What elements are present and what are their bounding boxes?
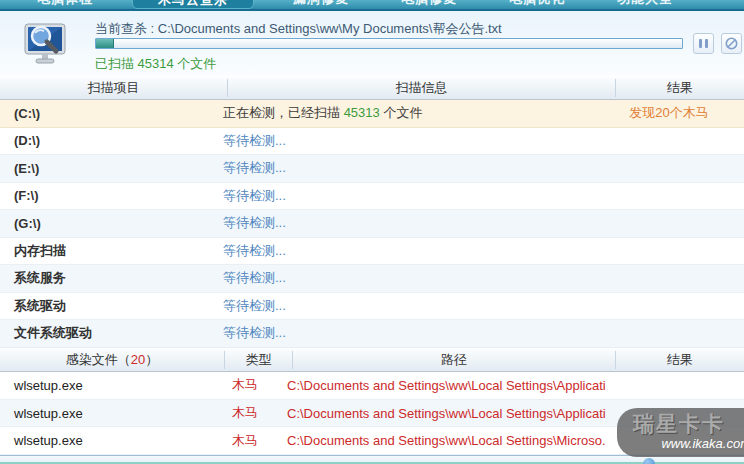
scan-row-drive-f[interactable]: (F:\) 等待检测... (0, 183, 744, 211)
scan-table-header: 扫描项目 扫描信息 结果 (0, 76, 744, 100)
scan-info-text: 等待检测... (214, 132, 594, 150)
threat-type: 木马 (211, 404, 279, 422)
scan-row-drive-e[interactable]: (E:\) 等待检测... (0, 155, 744, 183)
column-header-result: 结果 (616, 351, 744, 369)
scan-status-panel: 当前查杀 : C:\Documents and Settings\ww\My D… (0, 11, 744, 76)
scan-info-text: 等待检测... (214, 159, 594, 177)
scan-table-body: (C:\) 正在检测，已经扫描 45313 个文件 发现20个木马 (D:\) … (0, 100, 744, 348)
current-scan-file-label: 当前查杀 : C:\Documents and Settings\ww\My D… (95, 20, 502, 38)
infected-file-name: wlsetup.exe (0, 378, 211, 393)
infected-file-name: wlsetup.exe (0, 433, 211, 448)
threat-type: 木马 (211, 376, 279, 394)
watermark-title: 瑞星卡卡 (633, 412, 744, 436)
infected-file-row[interactable]: wlsetup.exe 木马 C:\Documents and Settings… (0, 372, 744, 400)
scan-row-filesystem-drivers[interactable]: 文件系统驱动 等待检测... (0, 320, 744, 348)
scan-item-label: 内存扫描 (0, 242, 214, 260)
tab-trojan-cloud-scan[interactable]: 木马云查杀 (132, 0, 254, 9)
scan-info-text: 等待检测... (214, 324, 594, 342)
scan-item-label: (E:\) (0, 161, 214, 176)
infected-file-path: C:\Documents and Settings\ww\Local Setti… (279, 406, 606, 421)
column-header-infected-files: 感染文件（20） (0, 351, 225, 369)
scan-item-label: (F:\) (0, 188, 214, 203)
clipped-circle-icon (643, 458, 655, 464)
column-header-path: 路径 (293, 351, 616, 369)
stop-button[interactable] (721, 33, 742, 54)
infected-file-path: C:\Documents and Settings\ww\Local Setti… (279, 378, 606, 393)
scan-row-drive-d[interactable]: (D:\) 等待检测... (0, 128, 744, 156)
scan-info-text: 正在检测，已经扫描 45313 个文件 (214, 104, 594, 122)
column-header-scan-item: 扫描项目 (0, 79, 228, 97)
scan-row-system-drivers[interactable]: 系统驱动 等待检测... (0, 293, 744, 321)
infected-file-path: C:\Documents and Settings\ww\Local Setti… (279, 433, 606, 448)
scan-item-label: (C:\) (0, 106, 214, 121)
column-header-scan-info: 扫描信息 (228, 79, 616, 97)
scan-result-text: 发现20个木马 (594, 104, 744, 122)
monitor-magnifier-icon (20, 22, 70, 74)
watermark-url: www.ikaka.com (633, 436, 744, 452)
threat-type: 木马 (211, 432, 279, 450)
tab-all-functions[interactable]: 功能大全 (604, 0, 686, 9)
scan-info-text: 等待检测... (214, 242, 594, 260)
pause-icon (699, 39, 708, 48)
scan-item-label: (D:\) (0, 133, 214, 148)
scan-item-label: (G:\) (0, 216, 214, 231)
scan-info-text: 等待检测... (214, 297, 594, 315)
scan-progress-fill (96, 39, 114, 48)
infected-file-name: wlsetup.exe (0, 406, 211, 421)
column-header-type: 类型 (225, 351, 293, 369)
scan-info-text: 等待检测... (214, 269, 594, 287)
scan-row-drive-g[interactable]: (G:\) 等待检测... (0, 210, 744, 238)
scan-item-label: 系统服务 (0, 269, 214, 287)
column-header-result: 结果 (616, 79, 744, 97)
tab-vulnerability-fix[interactable]: 漏洞修复 (280, 0, 362, 9)
pause-button[interactable] (693, 33, 714, 54)
scan-row-system-services[interactable]: 系统服务 等待检测... (0, 265, 744, 293)
tab-computer-checkup[interactable]: 电脑体检 (24, 0, 106, 9)
stop-icon (725, 37, 738, 50)
antivirus-scan-window: 电脑体检 木马云查杀 漏洞修复 电脑修复 电脑优化 功能大全 当前查杀 : C:… (0, 0, 744, 464)
infected-table-header: 感染文件（20） 类型 路径 结果 (0, 348, 744, 372)
tab-computer-optimize[interactable]: 电脑优化 (496, 0, 578, 9)
top-tab-bar: 电脑体检 木马云查杀 漏洞修复 电脑修复 电脑优化 功能大全 (0, 0, 744, 9)
tab-computer-repair[interactable]: 电脑修复 (388, 0, 470, 9)
scan-item-label: 系统驱动 (0, 297, 214, 315)
scan-info-text: 等待检测... (214, 187, 594, 205)
scan-item-label: 文件系统驱动 (0, 324, 214, 342)
scan-info-text: 等待检测... (214, 214, 594, 232)
scan-row-drive-c[interactable]: (C:\) 正在检测，已经扫描 45313 个文件 发现20个木马 (0, 100, 744, 128)
scan-progress-bar (95, 38, 683, 49)
ikaka-watermark: 瑞星卡卡 www.ikaka.com (617, 408, 744, 457)
scanned-count-text: 已扫描 45314 个文件 (95, 55, 216, 73)
scan-row-memory[interactable]: 内存扫描 等待检测... (0, 238, 744, 266)
